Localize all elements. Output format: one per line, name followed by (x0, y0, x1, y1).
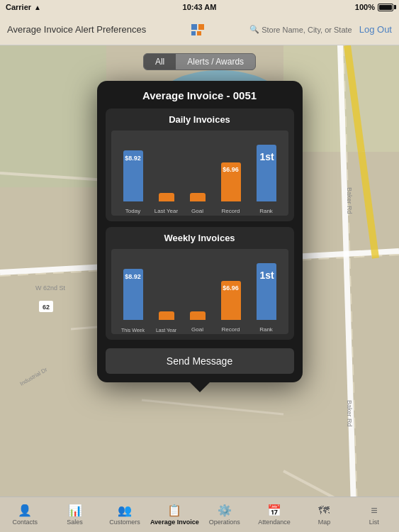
weekly-invoices-section: Weekly Invoices $8.92 This Week (106, 227, 294, 340)
tab-customers-label: Customers (109, 519, 140, 526)
status-bar: Carrier ▲ 10:43 AM 100% (0, 0, 399, 14)
daily-rank-wrapper: 1st (257, 145, 276, 201)
daily-today-bar: $8.92 (123, 150, 143, 201)
weekly-goal-group: $0.00 Goal (190, 249, 206, 320)
weekly-thisweek-group: $8.92 This Week (123, 249, 143, 320)
wifi-icon: ▲ (34, 4, 41, 11)
svg-text:Baker Rd: Baker Rd (346, 187, 353, 214)
operations-icon: ⚙️ (218, 504, 232, 517)
map-background: Baker Rd Baker Rd W 62nd St 62 Industria… (0, 45, 399, 532)
svg-text:Baker Rd: Baker Rd (346, 400, 353, 427)
tab-attendance-label: Attendance (258, 519, 291, 526)
logout-button[interactable]: Log Out (359, 24, 392, 35)
send-message-button[interactable]: Send Message (106, 348, 294, 374)
weekly-lastyear-label: Last Year (156, 328, 176, 333)
tab-contacts-label: Contacts (12, 519, 38, 526)
tab-operations-label: Operations (209, 519, 240, 526)
modal-card: Average Invoice - 0051 Daily Invoices $8… (97, 81, 303, 382)
search-icon: 🔍 (249, 25, 259, 34)
weekly-rank-wrapper: 1st (257, 263, 276, 320)
weekly-rank-bar: 1st (257, 263, 276, 320)
weekly-record-wrapper: $6.96 (221, 281, 241, 320)
battery-label: 100% (355, 3, 375, 11)
status-left: Carrier ▲ (6, 3, 41, 11)
tab-operations[interactable]: ⚙️ Operations (200, 504, 249, 526)
status-time: 10:43 AM (183, 3, 217, 11)
logo-block-2 (198, 24, 204, 30)
segment-control: All Alerts / Awards (143, 53, 256, 70)
map-icon: 🗺 (318, 504, 330, 517)
tab-map-label: Map (318, 519, 331, 526)
carrier-label: Carrier (6, 3, 31, 11)
segment-all[interactable]: All (144, 54, 176, 70)
daily-invoices-title: Daily Invoices (111, 114, 288, 125)
tab-attendance[interactable]: 📅 Attendance (249, 504, 299, 526)
daily-record-group: $6.96 Record (221, 131, 241, 201)
average-invoice-icon: 📋 (167, 504, 181, 517)
tab-contacts[interactable]: 👤 Contacts (0, 504, 50, 526)
attendance-icon: 📅 (267, 504, 281, 517)
status-right: 100% (355, 3, 393, 11)
svg-text:62: 62 (43, 304, 50, 311)
daily-lastyear-label: Last Year (154, 208, 178, 214)
weekly-record-group: $6.96 Record (221, 249, 241, 320)
sales-icon: 📊 (68, 504, 82, 517)
tab-list[interactable]: ≡ List (349, 504, 399, 526)
logo-block-3 (191, 31, 196, 35)
weekly-lastyear-group: $0.00 Last Year (159, 249, 174, 320)
weekly-rank-group: 1st Rank (257, 249, 276, 320)
weekly-chart-area: $8.92 This Week $0.00 Last Year (111, 249, 288, 334)
nav-right: 🔍 Store Name, City, or State Log Out (249, 24, 392, 35)
tab-customers[interactable]: 👥 Customers (100, 504, 150, 526)
daily-goal-label: Goal (191, 208, 203, 214)
modal-title: Average Invoice - 0051 (106, 89, 294, 101)
daily-today-group: $8.92 Today (123, 131, 143, 201)
weekly-thisweek-wrapper: $8.92 (123, 269, 143, 320)
daily-rank-group: 1st Rank (257, 131, 276, 201)
daily-today-label: Today (125, 208, 140, 214)
daily-rank-label: Rank (259, 208, 273, 214)
weekly-invoices-title: Weekly Invoices (111, 233, 288, 243)
daily-goal-group: $0.00 Goal (190, 131, 206, 201)
weekly-thisweek-label: This Week (121, 328, 145, 333)
daily-today-wrapper: $8.92 (123, 150, 143, 201)
daily-rank-bar: 1st (257, 145, 276, 201)
weekly-record-label: Record (222, 326, 240, 333)
weekly-rank-label: Rank (259, 326, 273, 333)
daily-record-wrapper: $6.96 (221, 162, 241, 201)
tab-sales-label: Sales (67, 519, 83, 526)
daily-record-bar: $6.96 (221, 162, 241, 201)
nav-bar: Average Invoice Alert Preferences 🔍 Stor… (0, 14, 399, 45)
daily-chart-area: $8.92 Today $0.00 Last Year (111, 131, 288, 216)
tab-average-invoice-label: Average Invoice (150, 519, 199, 526)
daily-record-label: Record (222, 208, 240, 214)
list-icon: ≡ (371, 504, 377, 517)
battery-icon (378, 4, 393, 11)
nav-search[interactable]: 🔍 Store Name, City, or State (249, 25, 352, 34)
logo-block-4 (197, 31, 201, 35)
customers-icon: 👥 (118, 504, 132, 517)
daily-lastyear-group: $0.00 Last Year (159, 131, 174, 201)
nav-title: Average Invoice Alert Preferences (7, 24, 146, 35)
logo-block-1 (191, 24, 197, 30)
tab-bar: 👤 Contacts 📊 Sales 👥 Customers 📋 Average… (0, 497, 399, 532)
tab-map[interactable]: 🗺 Map (299, 504, 349, 526)
tab-list-label: List (369, 519, 379, 526)
weekly-record-bar: $6.96 (221, 281, 241, 320)
search-placeholder: Store Name, City, or State (262, 26, 352, 34)
segment-alerts-awards[interactable]: Alerts / Awards (176, 54, 255, 70)
daily-invoices-section: Daily Invoices $8.92 Today $0.0 (106, 109, 294, 221)
tab-sales[interactable]: 📊 Sales (50, 504, 99, 526)
weekly-thisweek-bar: $8.92 (123, 269, 143, 320)
contacts-icon: 👤 (18, 504, 32, 517)
nav-logo (191, 24, 204, 35)
tab-average-invoice[interactable]: 📋 Average Invoice (150, 504, 199, 526)
weekly-goal-label: Goal (191, 326, 203, 333)
svg-text:W 62nd St: W 62nd St (35, 284, 66, 292)
segment-bar: All Alerts / Awards (0, 45, 399, 74)
